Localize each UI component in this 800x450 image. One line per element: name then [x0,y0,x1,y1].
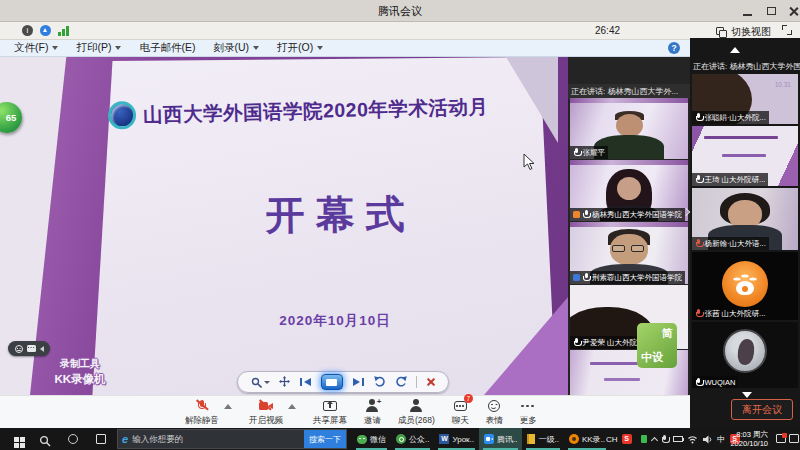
meeting-video-panel: 正在讲话: 杨林秀山西大学外国... 10.31 张聪娟·山大外院... 王琦 … [690,38,800,428]
taskbar-search-button[interactable] [39,433,51,450]
mic-icon [573,338,580,347]
meeting-toolbar: 解除静音 开启视频 共享屏幕 + 邀请 成员(268) [0,395,690,428]
keyboard-icon [27,345,36,352]
menu-file[interactable]: 文件(F) [6,40,66,56]
app-label: 微信 [370,434,386,445]
slideshow-button[interactable] [321,374,343,390]
glasses-icon [631,245,644,252]
speaker-icon [40,346,44,352]
help-icon[interactable]: ? [668,42,680,54]
button-label: 更多 [520,415,537,427]
task-view-icon[interactable] [96,434,106,444]
taskbar-clock[interactable]: 8:03 周六 2020/10/10 [722,431,768,448]
emoji-button[interactable]: 表情 [486,399,503,427]
taskbar-app-official-account[interactable]: 公众.. [391,428,434,450]
menu-burn[interactable]: 刻录(U) [205,40,267,56]
rotate-right-button[interactable] [395,373,407,391]
photo-viewer-menubar: 文件(F) 打印(P) 电子邮件(E) 刻录(U) 打开(O) ? [0,40,690,57]
video-tile[interactable]: 荆素蓉山西大学外国语学院 [570,222,688,284]
ime-ch-label[interactable]: CH [606,435,618,444]
start-video-button[interactable]: 开启视频 [249,399,283,427]
taskbar-app-tencent-meeting[interactable]: 腾讯.. [479,428,522,450]
menu-open-label: 打开(O) [277,41,313,55]
taskbar-app-dictionary[interactable]: 一级.. [522,428,563,450]
rotate-left-icon [374,376,386,387]
recorder-mini-toolbar[interactable] [8,341,50,356]
share-screen-button[interactable]: 共享屏幕 [313,399,347,427]
usb-icon[interactable] [641,435,647,443]
close-button[interactable] [788,6,799,17]
video-tile[interactable]: 张茜 山大外院研... [692,252,798,320]
video-tile[interactable]: 王琦 山大外院研... [692,126,798,186]
video-tile[interactable]: WUQIAN [692,322,798,388]
notification-icon[interactable] [776,434,786,443]
menu-print[interactable]: 打印(P) [68,40,129,56]
app-label: KK录.. [582,434,605,445]
app-label: 一级.. [538,434,558,445]
video-tile[interactable]: 杨新翰·山大外语... [692,188,798,250]
delete-button[interactable] [426,377,436,387]
next-image-button[interactable] [352,373,365,391]
fullscreen-icon[interactable] [782,25,792,35]
chat-icon: 7 [454,399,467,413]
slide-background [570,222,688,227]
green-logo-overlay: 简 中设 [637,323,677,368]
invite-button[interactable]: + 邀请 [364,399,381,427]
sogou-icon[interactable]: S [622,434,632,444]
menu-email[interactable]: 电子邮件(E) [131,40,203,56]
mic-icon [583,210,590,219]
tray-mic-icon[interactable] [661,435,668,444]
member-icon [573,274,580,281]
participant-name: 王琦 山大外院研... [705,175,766,185]
taskbar-app-word[interactable]: WУрок.. [434,428,479,450]
menu-burn-label: 刻录(U) [213,41,249,55]
zoom-button[interactable] [251,377,270,388]
video-tile[interactable]: 张耀平 [570,98,688,159]
previous-image-button[interactable] [299,373,312,391]
slide-text-line [604,378,640,381]
cortana-icon[interactable] [68,434,78,444]
more-button[interactable]: 更多 [520,399,537,427]
word-icon: W [439,434,449,444]
wifi-icon[interactable] [687,435,698,444]
magnifier-icon [251,377,262,388]
mic-options-caret[interactable] [224,404,232,409]
video-options-caret[interactable] [288,404,296,409]
battery-icon[interactable] [673,436,683,442]
minimize-button[interactable] [742,6,753,17]
maximize-button[interactable] [766,6,777,17]
start-button[interactable] [14,434,25,450]
slide-date: 2020年10月10日 [180,312,490,330]
rotate-left-button[interactable] [374,373,386,391]
info-icon[interactable]: i [22,25,33,36]
scroll-down-arrow-icon[interactable] [742,392,752,398]
volume-icon[interactable] [703,435,713,444]
fit-icon [279,376,290,387]
window-title: 腾讯会议 [0,4,800,19]
switch-view-button[interactable]: 切换视图 [716,25,771,39]
slideshow-icon [326,379,337,386]
members-button[interactable]: 成员(268) [398,399,435,427]
hidden-icons-chevron[interactable] [650,436,657,443]
unmute-button[interactable]: 解除静音 [185,399,219,427]
taskbar-search-box[interactable]: e 搜索一下 [117,429,347,449]
scroll-up-arrow-icon[interactable] [730,47,740,53]
action-center-icon[interactable] [789,434,799,443]
search-go-button[interactable]: 搜索一下 [304,430,346,448]
shield-icon[interactable] [40,25,51,36]
menu-open[interactable]: 打开(O) [269,40,331,56]
fit-to-window-button[interactable] [279,373,290,391]
person-silhouette [617,177,641,200]
video-tile[interactable]: 杨林秀山西大学外国语学院 [570,160,688,221]
search-input[interactable] [132,434,304,444]
taskbar-app-wechat[interactable]: 微信 [352,428,391,450]
shared-video-strip: 正在讲话: 杨林秀山西大学外... 张耀平 杨林秀山西大学外国语学院 荆素蓉山西… [568,57,690,395]
menu-email-label: 电子邮件(E) [139,41,195,55]
taskbar-app-kk-recorder[interactable]: KK录.. [564,428,610,450]
video-tile[interactable]: 10.31 张聪娟·山大外院... [692,74,798,124]
leave-meeting-button[interactable]: 离开会议 [731,399,793,420]
participant-label: 杨新翰·山大外语... [692,237,769,250]
chat-button[interactable]: 7 聊天 [452,399,469,427]
mouse-cursor [523,153,535,171]
person-silhouette [616,114,643,137]
